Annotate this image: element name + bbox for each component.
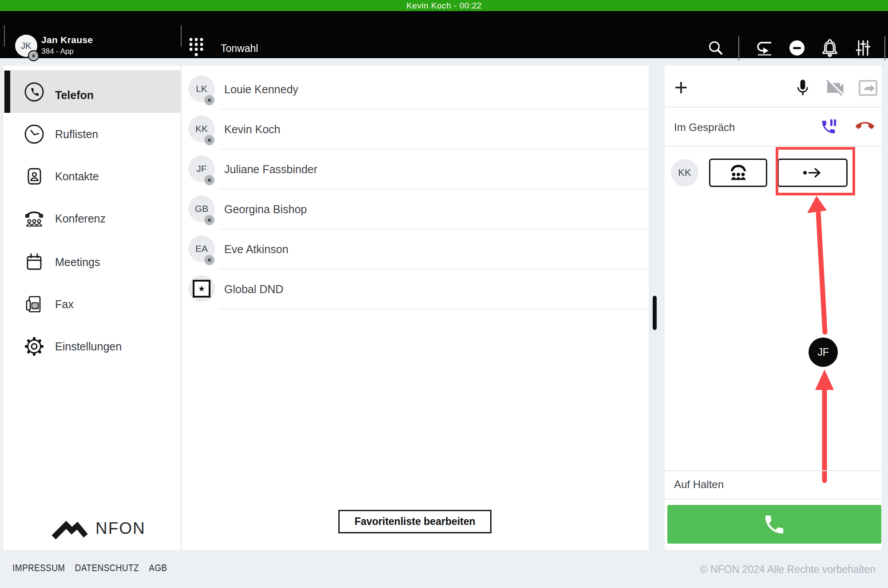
row-divider	[219, 269, 649, 270]
in-call-label: Im Gespräch	[674, 121, 735, 134]
call-button[interactable]	[667, 505, 881, 544]
nfon-logo-text: NFON	[95, 519, 146, 538]
target-initials: JF	[817, 346, 829, 358]
contact-initials: KK	[195, 123, 208, 134]
row-divider	[219, 309, 649, 310]
section-divider	[665, 499, 881, 500]
dialpad-icon	[188, 37, 204, 58]
sidebar-item-ruflisten[interactable]: Ruflisten	[4, 119, 180, 150]
row-divider	[219, 189, 649, 190]
edit-favorites-button[interactable]: Favoritenliste bearbeiten	[338, 510, 492, 533]
conference-icon	[728, 163, 749, 183]
sidebar-item-telefon[interactable]: Telefon	[4, 70, 180, 113]
section-divider	[665, 146, 881, 147]
contact-initials: GB	[195, 203, 208, 214]
sidebar-item-label: Telefon	[55, 89, 94, 102]
footer-link-agb[interactable]: AGB	[149, 562, 167, 574]
x-icon: ✕	[207, 217, 211, 223]
contact-initials: LK	[196, 83, 207, 94]
settings-sliders-icon[interactable]	[853, 38, 873, 58]
x-icon: ✕	[207, 177, 211, 183]
active-call-status-text: Kevin Koch - 00:22	[406, 1, 482, 10]
header-divider	[4, 25, 5, 47]
remove-favorite-button[interactable]: ✕	[204, 215, 214, 225]
header-divider	[181, 25, 182, 47]
user-name: Jan Krause	[41, 35, 93, 45]
copyright-text: © NFON 2024 Alle Rechte vorbehalten	[700, 564, 876, 576]
row-divider	[219, 149, 649, 150]
favorites-panel	[182, 66, 649, 550]
contact-initials: JF	[196, 163, 206, 174]
sidebar-item-konferenz[interactable]: Konferenz	[4, 203, 180, 234]
star-icon: ★	[193, 280, 210, 298]
app-header: JK ✕ Jan Krause 384 - App Tonwahl	[0, 11, 888, 58]
annotation-highlight-box	[776, 147, 855, 195]
footer-link-impressum[interactable]: IMPRESSUM	[12, 562, 65, 574]
x-icon: ✕	[207, 257, 211, 263]
sidebar: Telefon Ruflisten Kontakte	[4, 66, 180, 550]
remove-favorite-button[interactable]: ✕	[204, 135, 214, 145]
add-call-icon[interactable]: +	[671, 78, 691, 97]
sidebar-item-kontakte[interactable]: Kontakte	[4, 161, 180, 192]
header-divider	[738, 36, 739, 61]
dnd-status-icon[interactable]	[789, 40, 805, 56]
dialpad-icon[interactable]	[188, 37, 204, 58]
hold-call-icon[interactable]	[820, 118, 837, 136]
transfer-target-avatar[interactable]: JF	[809, 338, 838, 367]
sidebar-item-label: Meetings	[55, 256, 100, 269]
sidebar-item-meetings[interactable]: Meetings	[4, 247, 180, 278]
sidebar-item-einstellungen[interactable]: Einstellungen	[4, 331, 180, 362]
nfon-logo: NFON	[50, 515, 148, 542]
plus-glyph: +	[674, 74, 688, 101]
nfon-logo-mark	[50, 517, 91, 540]
x-icon: ✕	[207, 97, 211, 103]
search-icon[interactable]	[706, 38, 725, 58]
sidebar-item-label: Ruflisten	[55, 128, 98, 141]
call-history-icon	[24, 124, 44, 144]
user-initials: JK	[21, 41, 31, 51]
panel-splitter-handle[interactable]	[653, 296, 657, 330]
fax-icon	[24, 294, 44, 314]
active-call-statusbar[interactable]: Kevin Koch - 00:22	[0, 0, 888, 11]
hold-section-label: Auf Halten	[674, 478, 724, 491]
footer-links: IMPRESSUM DATENSCHUTZ AGB	[12, 562, 167, 574]
hang-up-icon[interactable]	[855, 121, 875, 134]
avatar: KK	[671, 159, 698, 187]
screen-share-icon[interactable]	[858, 79, 878, 97]
section-divider	[665, 107, 881, 107]
dnd-x-glyph: ✕	[31, 53, 36, 59]
conference-button[interactable]	[709, 159, 767, 187]
phone-icon	[24, 82, 44, 102]
presence-dnd-badge: ✕	[28, 50, 39, 61]
x-icon: ✕	[207, 137, 211, 143]
contact-name: Global DND	[224, 283, 283, 296]
sidebar-item-label: Konferenz	[55, 212, 106, 225]
conference-icon	[23, 208, 45, 229]
sidebar-item-fax[interactable]: Fax	[4, 289, 180, 320]
contact-initials: EA	[195, 243, 208, 254]
header-divider	[884, 36, 885, 61]
contact-name: Juliane Fassbinder	[224, 163, 317, 176]
gear-icon	[24, 336, 44, 357]
phone-handset-icon	[762, 513, 786, 536]
row-divider	[219, 109, 649, 110]
section-divider	[665, 470, 881, 471]
microphone-icon[interactable]	[793, 78, 812, 97]
footer-link-datenschutz[interactable]: DATENSCHUTZ	[75, 562, 139, 574]
remove-favorite-button[interactable]: ✕	[204, 175, 214, 185]
video-off-icon[interactable]	[826, 79, 846, 97]
calendar-icon	[24, 252, 44, 272]
dial-mode-label: Tonwahl	[221, 43, 258, 55]
app-window: Kevin Koch - 00:22 JK ✕ Jan Krause 384 -…	[0, 0, 888, 588]
contact-name: Kevin Koch	[224, 123, 280, 136]
sidebar-item-label: Einstellungen	[55, 340, 122, 353]
contact-name: Louie Kennedy	[224, 83, 298, 96]
remove-favorite-button[interactable]: ✕	[204, 95, 214, 105]
contact-name: Eve Atkinson	[224, 243, 289, 256]
avatar: ★	[188, 275, 215, 302]
remove-favorite-button[interactable]: ✕	[204, 255, 214, 265]
notifications-icon[interactable]	[820, 38, 840, 58]
row-divider	[219, 229, 649, 230]
call-forward-icon[interactable]	[755, 38, 774, 58]
user-extension: 384 - App	[41, 47, 74, 56]
